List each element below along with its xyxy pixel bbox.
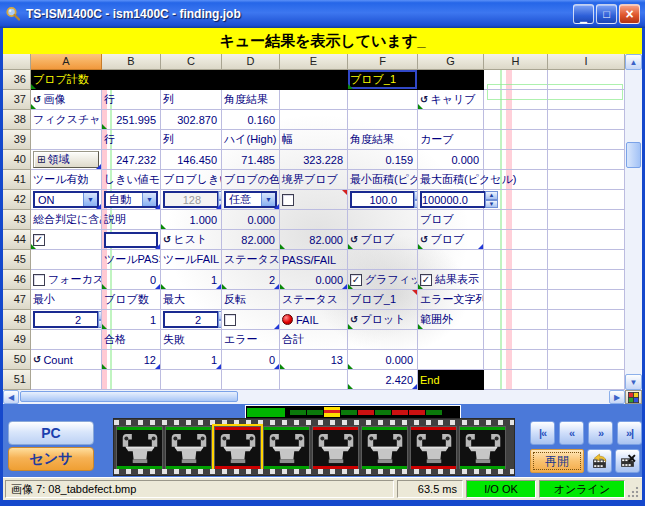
cell-H40[interactable] (484, 150, 548, 170)
cell-A44[interactable]: ✓ (31, 230, 102, 250)
cell-D44[interactable]: 82.000 (222, 230, 280, 250)
cell-A43[interactable]: 総合判定に含める (31, 210, 102, 230)
cell-H51[interactable] (484, 370, 548, 390)
cell-H48[interactable] (484, 310, 548, 330)
row-header-48[interactable]: 48 (3, 310, 31, 330)
cell-G47[interactable]: エラー文字列 (418, 290, 484, 310)
last-image-button[interactable]: »| (617, 421, 642, 445)
cell-H36[interactable] (484, 70, 548, 90)
cell-I47[interactable] (548, 290, 625, 310)
cell-E46[interactable]: 0.000 (280, 270, 348, 290)
cell-H47[interactable] (484, 290, 548, 310)
chevron-down-icon[interactable]: ▼ (83, 193, 97, 206)
cell-A48[interactable]: 2▲▼ (31, 310, 102, 330)
cell-H46[interactable] (484, 270, 548, 290)
cell-A46[interactable]: フォーカス (31, 270, 102, 290)
cell-G45[interactable] (418, 250, 484, 270)
cell-F49[interactable] (348, 330, 418, 350)
cell-F38[interactable] (348, 110, 418, 130)
cell-E51[interactable] (280, 370, 348, 390)
cell-C39[interactable]: 列 (161, 130, 222, 150)
cell-C50[interactable]: 1 (161, 350, 222, 370)
cell-C51[interactable] (161, 370, 222, 390)
cell-D48[interactable] (222, 310, 280, 330)
chevron-down-icon[interactable]: ▼ (261, 193, 275, 206)
cell-A49[interactable] (31, 330, 102, 350)
cell-D40[interactable]: 71.485 (222, 150, 280, 170)
vertical-scrollbar[interactable]: ▲ ▼ (625, 54, 642, 390)
cell-B47[interactable]: ブロブ数 (102, 290, 161, 310)
next-image-button[interactable]: » (588, 421, 613, 445)
cell-A36[interactable]: ブロブ計数 (31, 70, 102, 90)
checkbox-E42[interactable] (282, 194, 294, 206)
cell-B51[interactable] (102, 370, 161, 390)
row-header-51[interactable]: 51 (3, 370, 31, 390)
dropdown-B42[interactable]: 自動▼ (104, 191, 158, 208)
scroll-left-icon[interactable]: ◀ (3, 390, 19, 404)
cell-H49[interactable] (484, 330, 548, 350)
cell-I36[interactable] (548, 70, 625, 90)
cell-H44[interactable] (484, 230, 548, 250)
pc-button[interactable]: PC (8, 421, 94, 445)
spinner-F42[interactable]: 100.0▲▼ (350, 191, 415, 208)
spinner-C42[interactable]: 128▲▼ (163, 191, 219, 208)
chevron-down-icon[interactable]: ▼ (142, 193, 156, 206)
horizontal-scroll-thumb[interactable] (20, 391, 238, 402)
row-header-38[interactable]: 38 (3, 110, 31, 130)
cell-I44[interactable] (548, 230, 625, 250)
cell-I43[interactable] (548, 210, 625, 230)
cell-G38[interactable] (418, 110, 484, 130)
row-header-45[interactable]: 45 (3, 250, 31, 270)
maximize-button[interactable]: □ (596, 4, 617, 24)
checkbox-D48[interactable] (224, 314, 236, 326)
filmstrip-frame-7[interactable] (410, 426, 457, 470)
cell-G48[interactable]: 範囲外 (418, 310, 484, 330)
cell-B44[interactable] (102, 230, 161, 250)
cell-D49[interactable]: エラー (222, 330, 280, 350)
cell-B39[interactable]: 行 (102, 130, 161, 150)
filmstrip-frame-2[interactable] (165, 426, 212, 470)
sensor-button[interactable]: センサ (8, 447, 94, 471)
vertical-scroll-thumb[interactable] (626, 142, 641, 168)
cell-E48[interactable]: FAIL (280, 310, 348, 330)
cell-A41[interactable]: ツール有効 (31, 170, 102, 190)
filmstrip-frame-6[interactable] (361, 426, 408, 470)
cell-G43[interactable]: ブロブ (418, 210, 484, 230)
cell-F41[interactable]: 最小面積(ピクセル) (348, 170, 418, 190)
cell-B43[interactable]: 説明 (102, 210, 161, 230)
row-header-40[interactable]: 40 (3, 150, 31, 170)
cell-E40[interactable]: 323.228 (280, 150, 348, 170)
cell-G41[interactable]: 最大面積(ピクセル) (418, 170, 484, 190)
cell-D41[interactable]: ブロブの色 (222, 170, 280, 190)
row-header-36[interactable]: 36 (3, 70, 31, 90)
cell-B40[interactable]: 247.232 (102, 150, 161, 170)
cell-C41[interactable]: ブロブしきい値 (161, 170, 222, 190)
cell-F43[interactable] (348, 210, 418, 230)
cell-F40[interactable]: 0.159 (348, 150, 418, 170)
row-header-50[interactable]: 50 (3, 350, 31, 370)
row-header-41[interactable]: 41 (3, 170, 31, 190)
column-header-I[interactable]: I (548, 54, 625, 70)
cell-A45[interactable] (31, 250, 102, 270)
film-clear-button[interactable] (615, 449, 640, 473)
cell-B38[interactable]: 251.995 (102, 110, 161, 130)
row-header-47[interactable]: 47 (3, 290, 31, 310)
cell-D47[interactable]: 反転 (222, 290, 280, 310)
spinner-arrows[interactable]: ▲▼ (485, 191, 498, 208)
column-header-A[interactable]: A (31, 54, 102, 70)
cell-A39[interactable] (31, 130, 102, 150)
cell-H38[interactable] (484, 110, 548, 130)
filmstrip-frame-8[interactable] (459, 426, 506, 470)
cell-G50[interactable] (418, 350, 484, 370)
cell-E38[interactable] (280, 110, 348, 130)
cell-G42[interactable]: 100000.0▲▼ (418, 190, 484, 210)
cell-D50[interactable]: 0 (222, 350, 280, 370)
row-header-43[interactable]: 43 (3, 210, 31, 230)
first-image-button[interactable]: |« (530, 421, 555, 445)
sheet-corner[interactable] (3, 54, 31, 70)
spinner-G42[interactable]: 100000.0▲▼ (420, 191, 486, 208)
dropdown-A42[interactable]: ON▼ (33, 191, 99, 208)
cell-F44[interactable]: ↺ブロブ (348, 230, 418, 250)
scroll-right-icon[interactable]: ▶ (609, 390, 625, 404)
cell-I37[interactable] (548, 90, 625, 110)
